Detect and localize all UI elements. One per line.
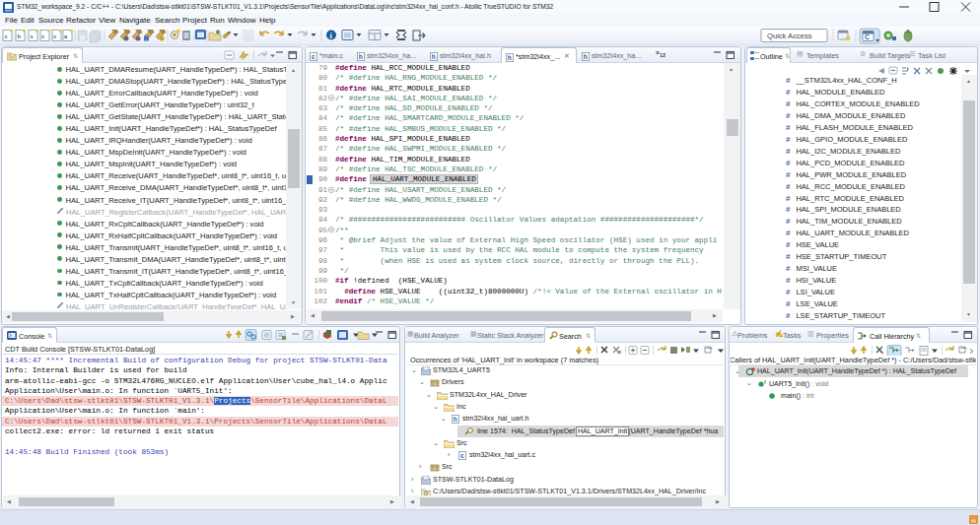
svg-text:c: c xyxy=(41,33,44,39)
svg-text:C: C xyxy=(865,33,870,40)
svg-text:s: s xyxy=(31,33,34,39)
svg-text:Quick Access: Quick Access xyxy=(767,32,812,40)
svg-text:c: c xyxy=(53,33,56,39)
svg-text:c: c xyxy=(5,33,8,39)
